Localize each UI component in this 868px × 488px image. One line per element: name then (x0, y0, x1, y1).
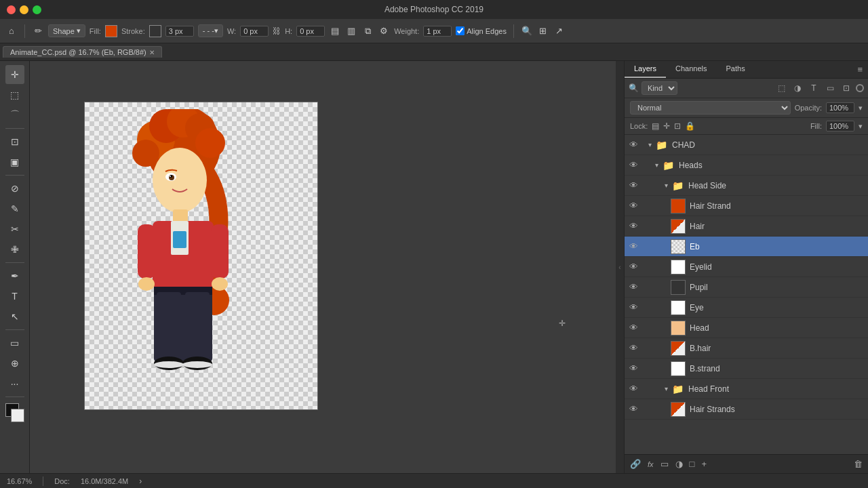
layer-row-eyelid[interactable]: 👁 Eyelid (625, 257, 868, 277)
align-edges-label[interactable]: Align Edges (456, 26, 507, 35)
lock-position-icon[interactable]: ✛ (663, 121, 670, 131)
eye-icon-chad[interactable]: 👁 (625, 135, 642, 155)
layer-row-pupil[interactable]: 👁 Pupil (625, 277, 868, 298)
eye-icon-hair-strands[interactable]: 👁 (625, 399, 642, 420)
doc-tab[interactable]: Animate_CC.psd @ 16.7% (Eb, RGB/8#) ✕ (3, 46, 162, 58)
eye-icon-eyelid[interactable]: 👁 (625, 257, 642, 277)
opacity-input[interactable] (826, 102, 854, 113)
canvas[interactable] (85, 102, 317, 409)
path-ops-icon[interactable]: ⧉ (361, 25, 374, 37)
fold-arrow-heads[interactable]: ▾ (652, 161, 661, 170)
minimize-button[interactable] (20, 5, 28, 14)
healing-tool[interactable]: ✙ (5, 240, 24, 259)
shape-tool[interactable]: ▭ (5, 333, 24, 352)
smart-filter-icon[interactable]: ⊡ (840, 81, 853, 95)
lock-pixels-icon[interactable]: ▤ (652, 121, 659, 131)
eye-icon-head-front[interactable]: 👁 (625, 379, 642, 399)
add-adjustment-icon[interactable]: ◑ (675, 459, 683, 469)
lock-all-icon[interactable]: 🔒 (685, 121, 695, 131)
move-tool[interactable]: ✛ (5, 65, 24, 84)
stroke-input[interactable] (165, 26, 194, 37)
export-icon[interactable]: ↗ (553, 25, 566, 37)
eye-icon-head[interactable]: 👁 (625, 318, 642, 338)
eye-icon-hair[interactable]: 👁 (625, 216, 642, 237)
clone-tool[interactable]: ✂ (5, 220, 24, 239)
layer-row-hair-strand[interactable]: 👁 Hair Strand (625, 196, 868, 216)
tab-channels[interactable]: Channels (666, 61, 716, 78)
layer-row-hair-strands[interactable]: 👁 Hair Strands (625, 399, 868, 420)
eye-icon-eb[interactable]: 👁 (625, 237, 642, 257)
frame-tool[interactable]: ▣ (5, 152, 24, 171)
tab-close-icon[interactable]: ✕ (149, 49, 155, 56)
layer-row-head[interactable]: 👁 Head (625, 318, 868, 338)
fill-input[interactable] (826, 121, 854, 131)
view-toggle-icon[interactable]: ⊞ (537, 25, 549, 37)
fill-arrow[interactable]: ▾ (859, 122, 863, 131)
lasso-tool[interactable]: ⌒ (5, 106, 24, 125)
gear-icon[interactable]: ⚙ (378, 25, 390, 37)
pen-tool[interactable]: ✒ (5, 266, 24, 285)
pen-tool-icon[interactable]: ✏ (32, 25, 44, 37)
marquee-tool[interactable]: ⬚ (5, 85, 24, 104)
shape-filter-icon[interactable]: ▭ (823, 81, 837, 95)
kind-dropdown[interactable]: Kind (642, 81, 677, 95)
type-filter-icon[interactable]: T (807, 81, 821, 95)
adjust-filter-icon[interactable]: ◑ (791, 81, 804, 95)
weight-input[interactable] (423, 26, 452, 37)
type-tool[interactable]: T (5, 287, 24, 306)
add-mask-icon[interactable]: ▭ (660, 459, 669, 469)
delete-layer-icon[interactable]: 🗑 (854, 459, 863, 469)
fx-icon[interactable]: fx (648, 460, 654, 468)
eye-icon-b-hair[interactable]: 👁 (625, 338, 642, 359)
maximize-button[interactable] (33, 5, 41, 14)
status-arrow[interactable]: › (139, 476, 142, 486)
color-picker[interactable] (5, 403, 24, 422)
search-icon[interactable]: 🔍 (521, 25, 533, 37)
align-left-icon[interactable]: ▤ (329, 25, 341, 37)
blend-mode-dropdown[interactable]: Normal (630, 101, 791, 115)
chain-icon[interactable]: ⛓ (273, 26, 281, 36)
fold-arrow-head-side[interactable]: ▾ (661, 181, 671, 190)
eye-icon-pupil[interactable]: 👁 (625, 277, 642, 298)
layer-row-head-side[interactable]: 👁 ▾ 📁 Head Side (625, 176, 868, 196)
home-icon[interactable]: ⌂ (5, 25, 18, 37)
layer-row-b-strand[interactable]: 👁 B.strand (625, 359, 868, 379)
layer-row-head-front[interactable]: 👁 ▾ 📁 Head Front (625, 379, 868, 399)
layer-row-chad[interactable]: 👁 ▾ 📁 CHAD (625, 135, 868, 155)
eye-icon-b-strand[interactable]: 👁 (625, 359, 642, 379)
path-selection-tool[interactable]: ↖ (5, 307, 24, 326)
more-tools[interactable]: ··· (5, 374, 24, 393)
eye-icon-heads[interactable]: 👁 (625, 155, 642, 176)
layer-row-b-hair[interactable]: 👁 B.hair (625, 338, 868, 359)
zoom-tool[interactable]: ⊕ (5, 354, 24, 373)
link-icon[interactable]: 🔗 (630, 459, 641, 469)
shape-dropdown[interactable]: Shape ▾ (48, 24, 85, 37)
layer-row-eb[interactable]: 👁 Eb (625, 237, 868, 257)
stroke-swatch[interactable] (149, 25, 161, 37)
align-center-icon[interactable]: ▥ (345, 25, 357, 37)
layer-row-hair[interactable]: 👁 Hair (625, 216, 868, 237)
layer-row-eye[interactable]: 👁 Eye (625, 298, 868, 318)
lock-artboards-icon[interactable]: ⊡ (674, 121, 681, 131)
fold-arrow-head-front[interactable]: ▾ (661, 384, 671, 394)
filter-toggle[interactable] (856, 84, 864, 92)
eyedropper-tool[interactable]: ⊘ (5, 179, 24, 198)
tab-paths[interactable]: Paths (717, 61, 755, 78)
tab-layers[interactable]: Layers (625, 61, 666, 78)
eye-icon-hair-strand[interactable]: 👁 (625, 196, 642, 216)
close-button[interactable] (7, 5, 16, 14)
width-input[interactable] (240, 26, 269, 37)
fold-arrow-chad[interactable]: ▾ (645, 140, 654, 150)
layer-row-heads[interactable]: 👁 ▾ 📁 Heads (625, 155, 868, 176)
panel-menu-icon[interactable]: ≡ (852, 61, 868, 78)
height-input[interactable] (296, 26, 325, 37)
panel-collapse-handle[interactable]: ‹ (616, 61, 624, 473)
stroke-style-dropdown[interactable]: - - -▾ (198, 24, 223, 37)
eye-icon-head-side[interactable]: 👁 (625, 176, 642, 196)
new-layer-icon[interactable]: + (701, 459, 707, 469)
opacity-arrow[interactable]: ▾ (859, 104, 863, 113)
pixel-filter-icon[interactable]: ⬚ (774, 81, 788, 95)
add-group-icon[interactable]: □ (690, 459, 695, 469)
background-color[interactable] (11, 409, 24, 422)
brush-tool[interactable]: ✎ (5, 199, 24, 218)
